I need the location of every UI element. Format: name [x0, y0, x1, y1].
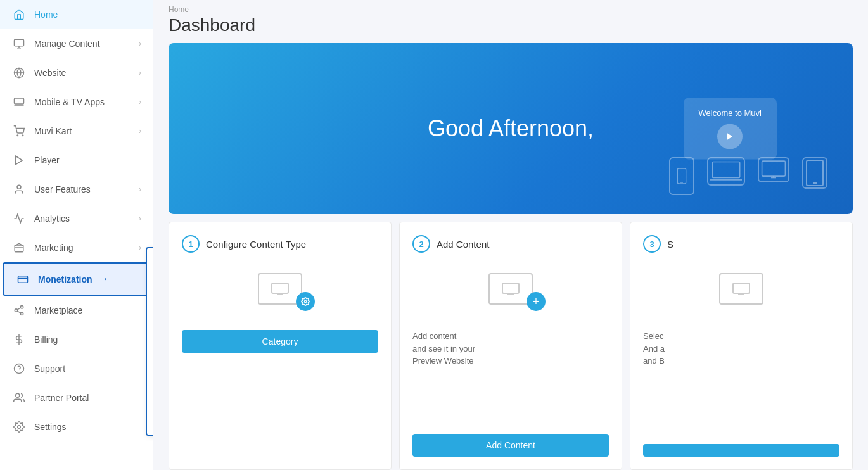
sidebar-item-player[interactable]: Player — [0, 146, 153, 175]
step-3-description: SelecAnd aand B — [643, 330, 665, 367]
sidebar-item-label: Support — [34, 364, 65, 374]
dropdown-item-advertisement[interactable]: Advertisement — [147, 328, 153, 355]
chevron-icon: › — [139, 127, 141, 136]
svg-line-16 — [17, 311, 20, 313]
sidebar-item-label: Analytics — [34, 213, 70, 224]
step-3-number: 3 — [643, 235, 661, 253]
sidebar: Home Manage Content › Website › Mobile &… — [0, 0, 153, 470]
sidebar-item-analytics[interactable]: Analytics › — [0, 204, 153, 233]
sidebar-item-label: Settings — [34, 422, 67, 432]
page-title: Dashboard — [153, 14, 868, 43]
svg-point-13 — [20, 306, 23, 309]
hero-device-icons — [669, 157, 827, 195]
step-card-3: 3 S SelecAnd aand B — [630, 222, 853, 470]
arrow-right-icon: → — [98, 272, 109, 286]
sidebar-item-support[interactable]: Support — [0, 354, 153, 383]
step-3-device-icon — [719, 273, 763, 305]
sidebar-item-label: Marketing — [34, 243, 73, 253]
svg-point-6 — [17, 135, 18, 136]
sidebar-item-marketing[interactable]: Marketing › — [0, 233, 153, 262]
sidebar-item-partner-portal[interactable]: Partner Portal — [0, 383, 153, 412]
svg-marker-23 — [727, 133, 732, 140]
hero-video-box[interactable]: Welcome to Muvi — [684, 98, 777, 160]
sidebar-item-label: Marketplace — [34, 305, 82, 315]
monetization-dropdown: Subscription Pay Per View › Free Content… — [146, 247, 153, 436]
svg-point-15 — [20, 312, 23, 315]
hero-play-button[interactable] — [717, 124, 743, 149]
globe-icon — [11, 67, 27, 79]
hero-banner: Good Afternoon, Welcome to Muvi — [169, 43, 853, 214]
svg-point-22 — [18, 426, 21, 429]
sidebar-item-monetization[interactable]: Monetization → — [3, 262, 150, 296]
user-icon — [11, 184, 27, 195]
sidebar-item-website[interactable]: Website › — [0, 58, 153, 87]
monetization-icon — [15, 274, 30, 285]
svg-rect-39 — [733, 283, 750, 293]
step-1-icon-area — [182, 273, 378, 305]
chevron-icon: › — [139, 243, 141, 252]
step-1-header: 1 Configure Content Type — [182, 235, 378, 253]
svg-rect-24 — [677, 168, 686, 184]
step-1-button[interactable]: Category — [182, 330, 378, 353]
billing-icon — [11, 334, 27, 345]
sidebar-item-settings[interactable]: Settings — [0, 412, 153, 441]
sidebar-item-label: Manage Content — [34, 39, 100, 49]
sidebar-item-label: Billing — [34, 334, 58, 345]
marketplace-icon — [11, 305, 27, 316]
sidebar-item-manage-content[interactable]: Manage Content › — [0, 29, 153, 58]
breadcrumb: Home — [153, 0, 868, 14]
step-2-number: 2 — [412, 235, 430, 253]
analytics-icon — [11, 213, 27, 224]
dropdown-item-settings[interactable]: Settings — [147, 408, 153, 435]
sidebar-item-marketplace[interactable]: Marketplace — [0, 296, 153, 325]
dropdown-item-coupons[interactable]: Coupons — [147, 355, 153, 381]
sidebar-item-billing[interactable]: Billing — [0, 325, 153, 354]
steps-section: 1 Configure Content Type Category 2 Add … — [169, 222, 853, 470]
step-3-title: S — [667, 239, 673, 250]
chevron-icon: › — [139, 185, 141, 194]
step-3-icon-area — [643, 273, 839, 305]
sidebar-item-label: User Features — [34, 184, 91, 194]
sidebar-item-label: Player — [34, 155, 60, 165]
hero-greeting: Good Afternoon, — [428, 115, 594, 142]
step-2-plus-badge: + — [527, 292, 546, 311]
sidebar-item-label: Partner Portal — [34, 393, 89, 403]
sidebar-item-user-features[interactable]: User Features › — [0, 175, 153, 204]
chevron-icon: › — [139, 68, 141, 77]
phone-device-icon — [669, 157, 694, 195]
step-2-description: Add contentand see it in yourPreview Web… — [412, 330, 475, 367]
svg-rect-36 — [502, 283, 519, 293]
sidebar-item-label: Mobile & TV Apps — [34, 97, 105, 107]
main-content: Home Dashboard Good Afternoon, Welcome t… — [153, 0, 868, 470]
laptop-device-icon — [707, 157, 745, 186]
svg-rect-30 — [807, 160, 823, 186]
step-2-header: 2 Add Content — [412, 235, 609, 253]
svg-point-14 — [15, 309, 18, 312]
svg-point-7 — [22, 135, 23, 136]
dropdown-item-pay-per-view[interactable]: Pay Per View › — [147, 275, 153, 302]
dropdown-item-payment-gateway[interactable]: Payment Gateway — [147, 381, 153, 408]
step-3-header: 3 S — [643, 235, 839, 253]
sidebar-item-home[interactable]: Home — [0, 0, 153, 29]
tv-device-icon — [758, 157, 789, 182]
step-2-button[interactable]: Add Content — [412, 434, 609, 457]
chevron-icon: › — [139, 39, 141, 48]
dropdown-item-subscription[interactable]: Subscription — [147, 248, 153, 275]
step-2-icon-area: + — [412, 273, 609, 305]
sidebar-item-label: Monetization — [38, 274, 93, 284]
laptop-icon — [11, 96, 27, 108]
step-1-gear-badge — [296, 292, 315, 311]
play-icon — [11, 155, 27, 166]
step-3-button[interactable] — [643, 444, 839, 457]
step-1-title: Configure Content Type — [206, 239, 306, 250]
svg-point-21 — [16, 393, 20, 397]
chevron-icon: › — [139, 214, 141, 223]
sidebar-item-label: Home — [34, 10, 58, 20]
sidebar-item-mobile-tv[interactable]: Mobile & TV Apps › — [0, 87, 153, 117]
settings-icon — [11, 421, 27, 433]
svg-rect-11 — [18, 276, 28, 283]
dropdown-item-free-content[interactable]: Free Content — [147, 302, 153, 328]
chevron-icon: › — [139, 98, 141, 106]
sidebar-item-muvi-kart[interactable]: Muvi Kart › — [0, 117, 153, 146]
hero-video-label: Welcome to Muvi — [699, 108, 762, 118]
